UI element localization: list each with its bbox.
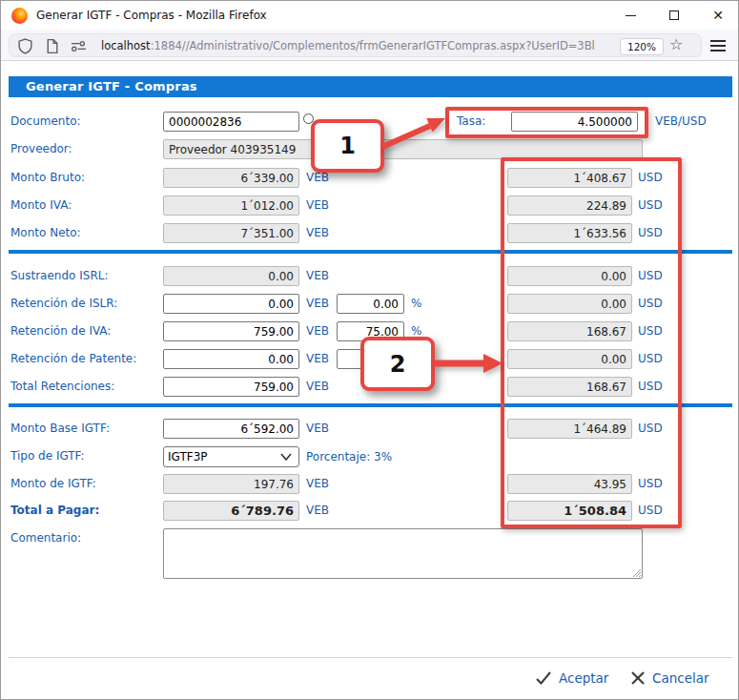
veb-unit-label: VEB	[306, 349, 329, 369]
shield-icon[interactable]	[17, 38, 33, 54]
aceptar-label: Aceptar	[559, 670, 608, 686]
annotation-step-1: 1	[311, 119, 384, 173]
veb-unit-label: VEB	[306, 266, 329, 286]
url-host: localhost	[101, 39, 151, 52]
retencion-islr-pct-input[interactable]	[337, 294, 404, 314]
close-button[interactable]: ✕	[696, 1, 739, 30]
maximize-icon	[669, 10, 679, 20]
retencion-islr-label: Retención de ISLR:	[10, 294, 117, 314]
annotation-step-2: 2	[360, 337, 435, 391]
url-text[interactable]: localhost:1884//Administrativo/Complemen…	[101, 39, 616, 52]
monto-neto-label: Monto Neto:	[10, 223, 81, 243]
zoom-indicator[interactable]: 120%	[620, 38, 664, 55]
minimize-button[interactable]	[608, 1, 652, 30]
retencion-iva-veb-input[interactable]	[163, 321, 299, 341]
comentario-textarea[interactable]	[163, 528, 643, 579]
tasa-unit-label: VEB/USD	[655, 112, 707, 132]
tipo-igtf-select[interactable]: IGTF3P	[163, 446, 299, 467]
annotation-arrow-1	[375, 111, 451, 154]
percent-unit-label: %	[411, 294, 421, 314]
veb-unit-label: VEB	[306, 196, 329, 216]
retencion-iva-label: Retención de IVA:	[10, 321, 111, 341]
tipo-igtf-label: Tipo de IGTF:	[10, 446, 85, 466]
close-icon: ✕	[712, 9, 724, 22]
retencion-islr-veb-input[interactable]	[163, 294, 299, 314]
monto-iva-veb-input	[163, 196, 299, 216]
annotation-rect-usd-column	[501, 157, 682, 528]
monto-base-igtf-veb-input[interactable]	[163, 419, 299, 439]
total-pagar-veb-input	[163, 501, 299, 521]
browser-window: Generar IGTF - Compras - Mozilla Firefox…	[0, 0, 739, 700]
permissions-icon[interactable]	[71, 38, 87, 54]
total-retenciones-label: Total Retenciones:	[10, 377, 114, 397]
comentario-label: Comentario:	[10, 528, 81, 548]
step-1-number: 1	[339, 133, 356, 159]
cancelar-label: Cancelar	[652, 670, 709, 686]
title-bar: Generar IGTF - Compras - Mozilla Firefox…	[1, 1, 739, 30]
cross-icon	[630, 670, 646, 686]
veb-unit-label: VEB	[306, 377, 329, 397]
url-bar[interactable]: localhost:1884//Administrativo/Complemen…	[9, 33, 702, 57]
minimize-icon	[626, 15, 636, 16]
monto-bruto-label: Monto Bruto:	[10, 168, 85, 188]
menu-icon[interactable]	[710, 40, 726, 55]
browser-toolbar: localhost:1884//Administrativo/Complemen…	[1, 30, 739, 61]
monto-neto-veb-input	[163, 223, 299, 243]
documento-input[interactable]	[163, 112, 299, 132]
documento-label: Documento:	[10, 112, 81, 132]
veb-unit-label: VEB	[306, 419, 329, 439]
sustraendo-isrl-veb-input	[163, 266, 299, 286]
maximize-button[interactable]	[652, 1, 696, 30]
monto-base-igtf-label: Monto Base IGTF:	[10, 419, 110, 439]
monto-bruto-veb-input	[163, 168, 299, 188]
sustraendo-isrl-label: Sustraendo ISRL:	[10, 266, 108, 286]
aceptar-button[interactable]: Aceptar	[535, 667, 608, 690]
monto-igtf-label: Monto de IGTF:	[10, 474, 96, 494]
page-info-icon[interactable]	[44, 38, 60, 54]
footer-divider	[9, 657, 732, 658]
veb-unit-label: VEB	[306, 501, 329, 521]
porcentaje-label: Porcentaje: 3%	[306, 446, 392, 467]
bookmark-star-icon[interactable]: ☆	[669, 35, 683, 53]
cancelar-button[interactable]: Cancelar	[630, 667, 709, 690]
total-pagar-label: Total a Pagar:	[10, 501, 99, 521]
total-retenciones-veb-input[interactable]	[163, 377, 299, 397]
annotation-rect-tasa	[445, 107, 648, 138]
proveedor-label: Proveedor:	[10, 139, 72, 159]
monto-igtf-veb-input	[163, 474, 299, 494]
veb-unit-label: VEB	[306, 223, 329, 243]
window-title: Generar IGTF - Compras - Mozilla Firefox	[36, 9, 267, 22]
retencion-patente-label: Retención de Patente:	[10, 349, 136, 369]
annotation-arrow-2	[430, 350, 504, 377]
veb-unit-label: VEB	[306, 294, 329, 314]
firefox-icon	[11, 8, 28, 24]
veb-unit-label: VEB	[306, 474, 329, 494]
page-title: Generar IGTF - Compras	[9, 76, 732, 97]
url-path: :1884//Administrativo/Complementos/frmGe…	[151, 39, 595, 52]
check-icon	[535, 670, 552, 686]
step-2-number: 2	[390, 351, 406, 378]
veb-unit-label: VEB	[306, 321, 329, 341]
retencion-patente-veb-input[interactable]	[163, 349, 299, 369]
monto-iva-label: Monto IVA:	[10, 196, 72, 216]
row-comentario: Comentario:	[1, 528, 739, 582]
